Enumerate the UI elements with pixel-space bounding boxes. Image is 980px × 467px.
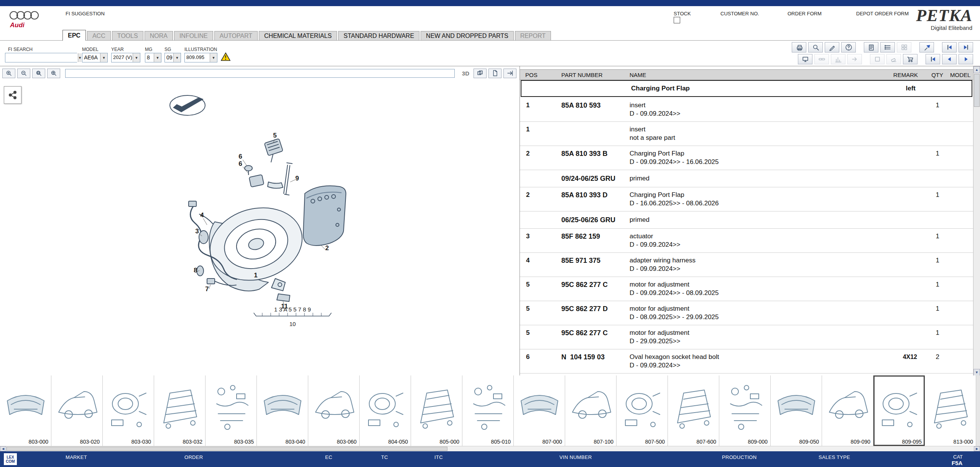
scroll-left-button[interactable]: ◀ [0,446,6,451]
column-header-model[interactable]: MODEL [946,72,973,78]
column-header-pos[interactable]: POS [520,72,558,78]
tab-acc[interactable]: ACC [87,31,111,40]
scroll-down-button[interactable]: ▼ [973,369,980,376]
thumbnail-809-095[interactable]: 809-095 [873,375,925,446]
pin-button[interactable] [919,42,934,52]
table-row[interactable]: 285A 810 393 DCharging Port FlapD - 16.0… [520,187,973,211]
zoom-in-button[interactable] [2,69,15,78]
table-row[interactable]: 6N 104 159 03Oval hexagon socket head bo… [520,349,973,374]
table-row[interactable]: 595C 862 277 Cmotor for adjustmentD - 29… [520,325,973,349]
table-row[interactable]: 595C 862 277 Cmotor for adjustmentD - 09… [520,277,973,301]
depot-order-form-label[interactable]: DEPOT ORDER FORM [856,11,909,16]
column-header-qty[interactable]: QTY [921,72,946,78]
mg-combobox[interactable]: 8 ▼ [145,53,161,62]
eraser-button[interactable] [886,54,901,64]
tab-new-and-dropped-parts[interactable]: NEW AND DROPPED PARTS [421,31,514,40]
link-button[interactable] [814,54,829,64]
forward-button[interactable] [847,54,862,64]
thumbnail-horizontal-scrollbar[interactable]: ◀ ▶ [0,446,980,451]
table-vertical-scrollbar[interactable]: ▲ ▼ [973,66,980,376]
column-header-part-number[interactable]: PART NUMBER [558,72,626,78]
table-row[interactable]: 1insertnot a spare part [520,122,973,146]
table-row[interactable]: 185A 810 593insertD - 09.09.2024>>1 [520,98,973,122]
next-illustration-button[interactable] [959,42,973,52]
document-button[interactable] [488,69,502,78]
table-row[interactable]: 385F 862 159actuatorD - 09.09.2024>>1 [520,229,973,253]
first-record-button[interactable] [926,54,940,64]
monitor-button[interactable] [798,54,812,64]
elsa-button[interactable] [864,42,878,52]
mg-dropdown-button[interactable]: ▼ [154,53,161,62]
thumbnail-813-000[interactable]: 813-000 [925,375,976,446]
tab-report[interactable]: REPORT [515,31,551,40]
table-row[interactable]: 485E 971 375adapter wiring harnessD - 09… [520,253,973,277]
model-combobox[interactable]: AE6A ▼ [82,53,108,62]
tab-autopart[interactable]: AUTOPART [214,31,258,40]
help-button[interactable] [841,42,856,52]
view-3d-button[interactable]: 3D [460,70,472,77]
zoom-search-button[interactable] [808,42,823,52]
overlay-button[interactable] [474,69,487,78]
fi-search-dropdown-button[interactable]: ▼ [78,53,82,62]
zoom-fit-button[interactable] [47,69,60,78]
thumbnail-809-050[interactable]: 809-050 [771,375,822,446]
order-form-label[interactable]: ORDER FORM [788,11,822,16]
prev-illustration-button[interactable] [942,42,957,52]
cart-button[interactable] [903,54,918,64]
customer-no-label[interactable]: CUSTOMER NO. [720,11,759,16]
thumbnail-807-600[interactable]: 807-600 [668,375,719,446]
thumbnail-803-030[interactable]: 803-030 [103,375,154,446]
zoom-out-button[interactable] [17,69,30,78]
illustration-combobox[interactable]: 809.095 ▼ [184,53,217,62]
column-header-name[interactable]: NAME [626,72,871,78]
catalog-list-button[interactable] [897,42,911,52]
table-row[interactable]: 06/25-06/26 GRUprimed [520,211,973,229]
prev-record-button[interactable] [942,54,957,64]
annotate-button[interactable] [825,42,839,52]
column-header-remark[interactable]: REMARK [871,72,921,78]
thumbnail-803-060[interactable]: 803-060 [308,375,360,446]
tab-infoline[interactable]: INFOLINE [174,31,213,40]
thumbnail-803-032[interactable]: 803-032 [154,375,206,446]
parts-list-button[interactable] [880,42,895,52]
print-button[interactable] [792,42,806,52]
stock-checkbox[interactable] [674,17,680,23]
thumbnail-807-000[interactable]: 807-000 [514,375,565,446]
thumbnail-803-000[interactable]: 803-000 [0,375,51,446]
tab-standard-hardware[interactable]: STANDARD HARDWARE [338,31,419,40]
horizontal-scroll-thumb[interactable] [7,447,447,451]
thumbnail-805-000[interactable]: 805-000 [411,375,462,446]
scroll-right-button[interactable]: ▶ [974,446,980,451]
thumbnail-809-000[interactable]: 809-000 [719,375,771,446]
illustration-dropdown-button[interactable]: ▼ [210,53,217,62]
chart-button[interactable] [831,54,845,64]
thumbnail-803-040[interactable]: 803-040 [257,375,308,446]
tab-epc[interactable]: EPC [62,30,86,41]
table-row[interactable]: 285A 810 393 BCharging Port FlapD - 09.0… [520,146,973,170]
thumbnail-805-010[interactable]: 805-010 [462,375,514,446]
vertical-scroll-thumb[interactable] [974,74,980,107]
thumbnail-804-050[interactable]: 804-050 [360,375,411,446]
table-row[interactable]: 595C 862 277 Dmotor for adjustmentD - 08… [520,301,973,325]
sg-dropdown-button[interactable]: ▼ [173,53,181,62]
expand-button[interactable] [503,69,516,78]
table-row[interactable]: 09/24-06/25 GRUprimed [520,170,973,187]
sg-combobox[interactable]: 09 ▼ [164,53,181,62]
thumbnail-803-020[interactable]: 803-020 [51,375,103,446]
year-dropdown-button[interactable]: ▼ [133,53,140,62]
tab-tools[interactable]: TOOLS [112,31,143,40]
thumbnail-807-100[interactable]: 807-100 [565,375,617,446]
next-record-button[interactable] [959,54,973,64]
tab-nora[interactable]: NORA [145,31,173,40]
thumbnail-809-090[interactable]: 809-090 [822,375,873,446]
box-button[interactable] [870,54,885,64]
fi-search-combobox[interactable]: ▼ [5,53,77,62]
viewer-search-input[interactable] [65,69,455,78]
year-combobox[interactable]: 2027 (V) ▼ [111,53,140,62]
thumbnail-803-035[interactable]: 803-035 [206,375,257,446]
selected-group-row[interactable]: Charging Port Flap left [521,80,972,97]
model-dropdown-button[interactable]: ▼ [100,53,107,62]
fi-search-input[interactable] [5,53,78,62]
thumbnail-807-500[interactable]: 807-500 [617,375,668,446]
scroll-up-button[interactable]: ▲ [973,66,980,73]
